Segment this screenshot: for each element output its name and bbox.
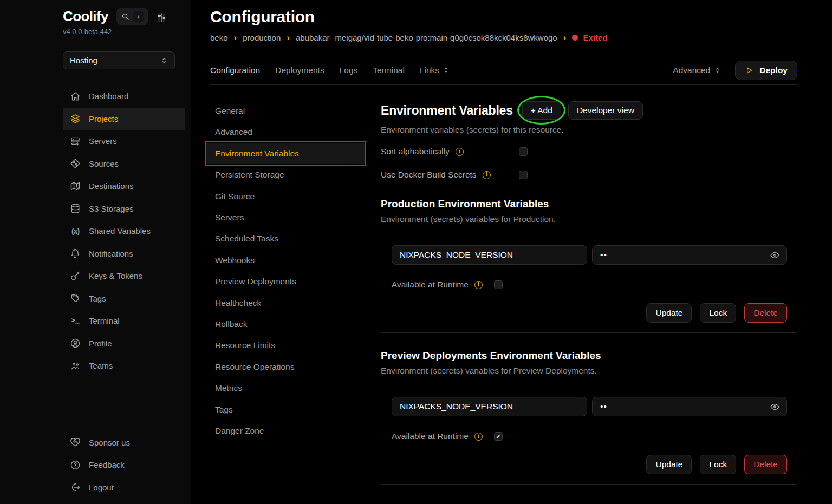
status-dot-icon [572, 35, 578, 41]
sidebar-item-tags[interactable]: Tags [63, 287, 185, 310]
reveal-value-button[interactable] [770, 245, 780, 265]
settings-sliders-icon[interactable] [157, 12, 166, 22]
chevron-right-icon: › [287, 33, 290, 42]
tab-deployments[interactable]: Deployments [275, 66, 324, 75]
sidebar-item-label: Logout [89, 483, 114, 492]
sidebar-item-shared-variables[interactable]: (x) Shared Variables [63, 220, 185, 243]
status-text: Exited [583, 33, 607, 42]
advanced-dropdown-label: Advanced [673, 66, 710, 75]
breadcrumb-project[interactable]: beko [210, 33, 228, 42]
subnav-item-healthcheck[interactable]: Healthcheck [206, 292, 365, 313]
subnav-label: Preview Deployments [215, 277, 296, 286]
deploy-button[interactable]: Deploy [735, 61, 797, 80]
subnav-item-advanced[interactable]: Advanced [206, 121, 365, 142]
subnav-item-danger-zone[interactable]: Danger Zone [206, 420, 365, 441]
info-icon[interactable]: i [474, 281, 483, 289]
sidebar-item-dashboard[interactable]: Dashboard [63, 85, 185, 108]
tab-links[interactable]: Links [420, 66, 450, 75]
subnav-label: Persistent Storage [215, 170, 284, 179]
variable-name-input[interactable] [392, 245, 587, 265]
logout-icon [70, 482, 81, 493]
delete-button[interactable]: Delete [744, 303, 787, 323]
sidebar-item-label: Feedback [89, 460, 125, 469]
subnav-item-general[interactable]: General [206, 100, 365, 121]
sidebar-item-s3-storages[interactable]: S3 Storages [63, 198, 185, 220]
chevron-right-icon: › [234, 33, 237, 42]
preview-section-subtitle: Environment (secrets) variables for Prev… [381, 366, 797, 376]
subnav-item-resource-operations[interactable]: Resource Operations [206, 356, 365, 377]
page-title: Configuration [210, 8, 797, 26]
search-button[interactable]: / [116, 8, 148, 25]
delete-button[interactable]: Delete [744, 455, 787, 474]
sidebar-item-teams[interactable]: Teams [63, 355, 185, 377]
users-group-icon [70, 361, 81, 371]
search-icon [121, 12, 129, 21]
subnav-item-git-source[interactable]: Git Source [206, 186, 365, 207]
info-icon[interactable]: i [483, 171, 491, 179]
variable-value-input[interactable] [592, 245, 787, 265]
breadcrumb-environment[interactable]: production [243, 33, 281, 42]
env-variable-card: Available at Runtime i Update Lock Delet… [381, 235, 797, 333]
team-select[interactable]: Hosting [63, 51, 175, 69]
sort-alphabetically-checkbox[interactable] [519, 147, 528, 156]
info-icon[interactable]: i [456, 148, 464, 156]
sidebar-item-logout[interactable]: Logout [63, 476, 185, 499]
production-section-subtitle: Environment (secrets) variables for Prod… [381, 214, 797, 224]
info-icon[interactable]: i [474, 433, 483, 441]
lock-button[interactable]: Lock [700, 455, 736, 474]
sidebar-item-sources[interactable]: Sources [63, 153, 185, 175]
subnav-item-environment-variables[interactable]: Environment Variables [206, 143, 365, 164]
subnav-item-servers[interactable]: Servers [206, 207, 365, 228]
sidebar-item-terminal[interactable]: >_ Terminal [63, 310, 185, 332]
sidebar-item-feedback[interactable]: Feedback [63, 454, 185, 476]
sidebar-item-label: Sources [89, 159, 119, 168]
subnav-item-scheduled-tasks[interactable]: Scheduled Tasks [206, 228, 365, 249]
sidebar-item-profile[interactable]: Profile [63, 332, 185, 355]
subnav-item-metrics[interactable]: Metrics [206, 377, 365, 398]
update-button[interactable]: Update [646, 303, 692, 323]
eye-icon [770, 250, 780, 260]
add-variable-button[interactable]: + Add [522, 101, 561, 120]
tab-logs[interactable]: Logs [340, 66, 358, 75]
chevron-updown-icon [443, 67, 450, 74]
subnav-item-preview-deployments[interactable]: Preview Deployments [206, 271, 365, 292]
lock-button[interactable]: Lock [700, 303, 736, 323]
available-at-runtime-checkbox[interactable] [494, 432, 503, 441]
sidebar-item-label: Destinations [89, 181, 134, 191]
breadcrumb-resource[interactable]: abubakar--meigag/vid-tube-beko-pro:main-… [296, 33, 557, 42]
subnav-label: Rollback [215, 319, 247, 329]
sidebar-item-projects[interactable]: Projects [63, 108, 185, 130]
subnav-label: Resource Limits [215, 341, 275, 350]
reveal-value-button[interactable] [770, 397, 780, 416]
subnav-label: Danger Zone [215, 426, 264, 435]
tab-terminal[interactable]: Terminal [373, 66, 405, 75]
team-select-value: Hosting [70, 56, 98, 65]
sidebar-item-servers[interactable]: Servers [63, 130, 185, 153]
preview-section-title: Preview Deployments Environment Variable… [381, 350, 797, 362]
sidebar-item-destinations[interactable]: Destinations [63, 175, 185, 198]
sidebar-item-sponsor-us[interactable]: Sponsor us [63, 431, 185, 454]
variable-name-input[interactable] [392, 397, 587, 416]
subnav-item-resource-limits[interactable]: Resource Limits [206, 335, 365, 356]
variable-value-input[interactable] [592, 397, 787, 416]
available-at-runtime-checkbox[interactable] [494, 280, 503, 289]
status-badge: Exited [572, 33, 607, 42]
docker-build-secrets-checkbox[interactable] [519, 171, 528, 179]
sidebar-item-notifications[interactable]: Notifications [63, 243, 185, 265]
sidebar-item-label: S3 Storages [89, 204, 134, 213]
subnav-label: Resource Operations [215, 362, 294, 371]
tab-label: Logs [340, 66, 358, 75]
subnav-item-tags[interactable]: Tags [206, 399, 365, 420]
tab-configuration[interactable]: Configuration [210, 66, 260, 75]
sidebar-item-keys-tokens[interactable]: Keys & Tokens [63, 265, 185, 287]
advanced-dropdown[interactable]: Advanced [673, 66, 721, 75]
subnav-item-webhooks[interactable]: Webhooks [206, 250, 365, 271]
production-section-title: Production Environment Variables [381, 198, 797, 210]
developer-view-button[interactable]: Developer view [568, 101, 643, 120]
subnav-label: Advanced [215, 127, 252, 136]
help-circle-icon [70, 460, 81, 470]
subnav-item-rollback[interactable]: Rollback [206, 313, 365, 335]
settings-subnav: General Advanced Environment Variables P… [206, 100, 365, 442]
update-button[interactable]: Update [646, 455, 692, 474]
subnav-item-persistent-storage[interactable]: Persistent Storage [206, 164, 365, 185]
